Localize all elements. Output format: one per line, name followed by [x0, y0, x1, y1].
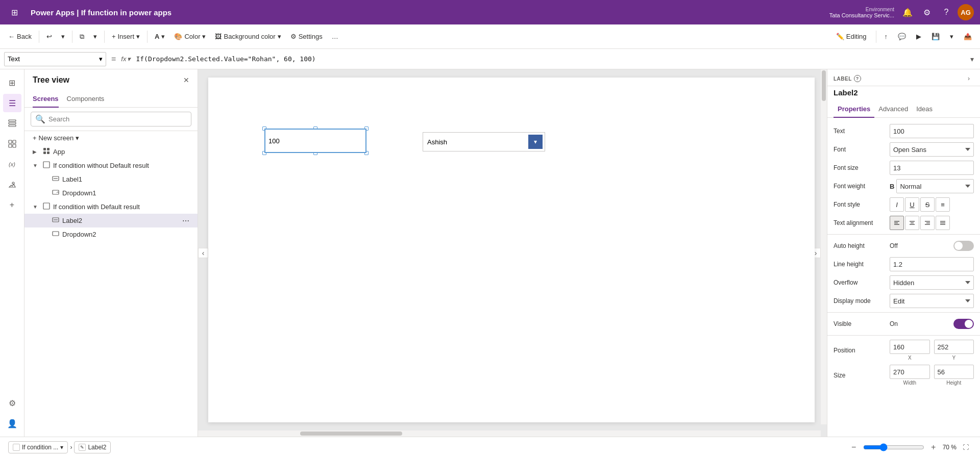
breadcrumb-screen-button[interactable]: If condition ... ▾ — [8, 441, 68, 453]
tree-item-dropdown1[interactable]: Dropdown1 — [24, 186, 198, 200]
editing-button[interactable]: ✏️ Editing — [831, 29, 872, 45]
position-y-input[interactable] — [934, 340, 974, 354]
visible-label: Visible — [834, 320, 890, 327]
dropdown-arrow-button[interactable]: ▾ — [528, 135, 543, 149]
format-button[interactable]: A ▾ — [151, 29, 169, 45]
tree-item-app[interactable]: ▶ App — [24, 145, 198, 159]
font-weight-select[interactable]: Normal Bold Lighter — [896, 179, 974, 193]
bg-color-button[interactable]: 🖼 Background color ▾ — [211, 29, 285, 45]
tab-ideas[interactable]: Ideas — [912, 101, 937, 118]
tree-item-label2[interactable]: Label2 ⋯ — [24, 214, 198, 227]
sidebar-icon-account[interactable]: 👤 — [3, 414, 21, 433]
align-center-button[interactable] — [905, 216, 919, 230]
undo-button[interactable]: ↩ — [42, 29, 56, 45]
size-height-input[interactable] — [934, 365, 974, 379]
sidebar-icon-layers[interactable]: ☰ — [3, 94, 21, 112]
canvas-arrow-left[interactable]: ‹ — [198, 248, 208, 258]
align-right-button[interactable] — [920, 216, 935, 230]
sidebar-icon-media[interactable] — [3, 175, 21, 194]
canvas-scrollbar-horizontal[interactable] — [198, 430, 821, 437]
panel-collapse-button[interactable]: › — [964, 73, 974, 84]
sidebar-icon-components[interactable] — [3, 135, 21, 153]
formula-selector[interactable]: Text ▾ — [4, 52, 106, 66]
auto-height-toggle[interactable] — [953, 241, 974, 251]
more-button[interactable]: … — [328, 29, 342, 45]
tab-components[interactable]: Components — [67, 91, 105, 108]
back-button[interactable]: ← Back — [4, 29, 36, 45]
text-input[interactable] — [890, 124, 974, 138]
avatar[interactable]: AG — [958, 4, 974, 20]
scroll-thumb-vertical[interactable] — [822, 70, 826, 101]
tab-properties[interactable]: Properties — [834, 101, 874, 118]
overflow-select[interactable]: Hidden Scroll Visible — [890, 275, 974, 290]
font-size-input[interactable] — [890, 161, 974, 175]
top-nav-right: Environment Tata Consultancy Servic... 🔔… — [829, 4, 974, 20]
align-left-button[interactable] — [890, 216, 904, 230]
copy-dropdown[interactable]: ▾ — [89, 29, 101, 45]
underline-button[interactable]: U — [905, 197, 919, 212]
sidebar-icon-variables[interactable]: (x) — [3, 155, 21, 173]
position-x-input[interactable] — [890, 340, 930, 354]
align-justify-button[interactable] — [936, 216, 950, 230]
dropdown-widget[interactable]: Ashish ▾ — [423, 132, 545, 151]
save-button[interactable]: 💾 — [927, 29, 944, 45]
zoom-minus-button[interactable]: − — [848, 441, 860, 453]
search-input[interactable] — [48, 115, 187, 123]
label2-more-button[interactable]: ⋯ — [182, 217, 189, 225]
comments-button[interactable]: 💬 — [894, 29, 910, 45]
line-height-input[interactable] — [890, 257, 974, 271]
canvas-scrollbar-vertical[interactable] — [821, 69, 827, 424]
help-icon[interactable]: ? — [938, 4, 954, 20]
visible-toggle[interactable] — [953, 319, 974, 329]
copy-button[interactable]: ⧉ — [76, 29, 88, 45]
size-width-input[interactable] — [890, 365, 930, 379]
more-font-style-button[interactable]: ≡ — [936, 197, 950, 212]
color-button[interactable]: 🎨 Color ▾ — [170, 29, 210, 45]
size-height-field: Height — [934, 365, 974, 386]
sidebar-icon-data[interactable] — [3, 114, 21, 133]
tree-item-label1[interactable]: Label1 — [24, 172, 198, 186]
size-width-field: Width — [890, 365, 930, 386]
visible-value: On — [890, 319, 974, 329]
new-screen-button[interactable]: + New screen ▾ — [24, 131, 198, 145]
font-size-label: Font size — [834, 164, 890, 171]
right-panel: LABEL ? › Label2 Properties Advanced Ide… — [827, 69, 980, 437]
tree-item-dropdown2[interactable]: Dropdown2 — [24, 227, 198, 241]
publish-button[interactable]: 📤 — [960, 29, 976, 45]
formula-fx-chevron: ▾ — [127, 55, 131, 63]
preview-share-button[interactable]: ↑ — [880, 29, 892, 45]
settings-icon-top[interactable]: ⚙ — [919, 4, 935, 20]
breadcrumb-control-button[interactable]: ✎ Label2 — [74, 441, 111, 453]
play-button[interactable]: ▶ — [912, 29, 925, 45]
zoom-plus-button[interactable]: + — [927, 441, 940, 453]
font-style-value: I U S ≡ — [890, 197, 974, 212]
save-dropdown[interactable]: ▾ — [946, 29, 958, 45]
undo-dropdown[interactable]: ▾ — [57, 29, 69, 45]
tree-item-screen1[interactable]: ▼ If condition without Default result — [24, 159, 198, 172]
tree-close-button[interactable]: ✕ — [183, 76, 189, 84]
label-widget[interactable]: 100 — [264, 129, 366, 153]
sidebar-icon-home[interactable]: ⊞ — [3, 73, 21, 92]
display-mode-select[interactable]: Edit View Disabled — [890, 294, 974, 308]
scroll-thumb-horizontal[interactable] — [300, 431, 402, 436]
zoom-fullscreen-button[interactable]: ⛶ — [960, 441, 972, 453]
insert-button[interactable]: + Insert ▾ — [108, 29, 144, 45]
dropdown-chevron-icon: ▾ — [534, 138, 537, 145]
tab-advanced[interactable]: Advanced — [874, 101, 912, 118]
bell-icon[interactable]: 🔔 — [899, 4, 916, 20]
italic-button[interactable]: I — [890, 197, 904, 212]
tab-screens[interactable]: Screens — [33, 91, 59, 108]
strikethrough-button[interactable]: S — [920, 197, 935, 212]
sidebar-icon-settings[interactable]: ⚙ — [3, 394, 21, 412]
save-chevron-icon: ▾ — [950, 33, 953, 40]
label-widget-container[interactable]: 100 — [264, 129, 366, 153]
settings-button[interactable]: ⚙ Settings — [286, 29, 327, 45]
formula-expand-icon[interactable]: ▾ — [968, 53, 976, 65]
sidebar-icon-add[interactable]: + — [3, 196, 21, 214]
tree-item-screen2[interactable]: ▼ If condition with Default result — [24, 200, 198, 214]
font-select[interactable]: Open Sans Arial Calibri — [890, 142, 974, 157]
grid-icon[interactable]: ⊞ — [6, 4, 22, 20]
zoom-slider[interactable] — [863, 443, 924, 451]
formula-input[interactable] — [134, 52, 965, 66]
toolbar: ← Back ↩ ▾ ⧉ ▾ + Insert ▾ A ▾ 🎨 Color ▾ … — [0, 24, 980, 49]
